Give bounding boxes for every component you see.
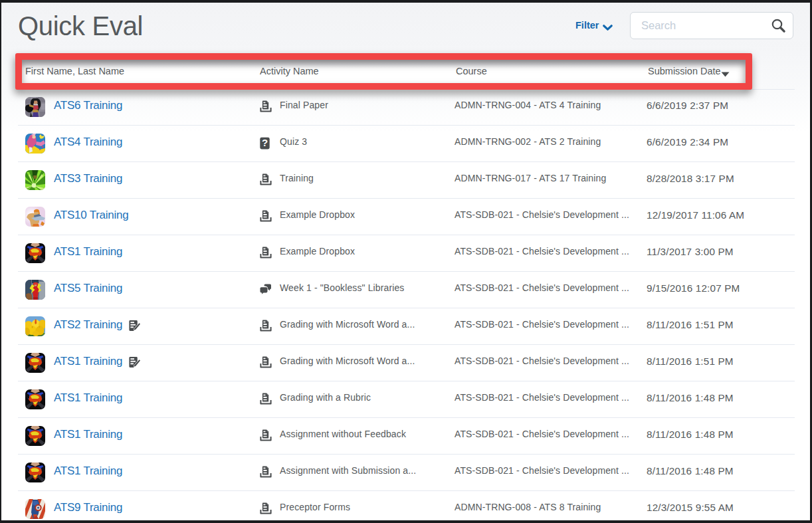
svg-text:?: ? [262, 137, 268, 148]
